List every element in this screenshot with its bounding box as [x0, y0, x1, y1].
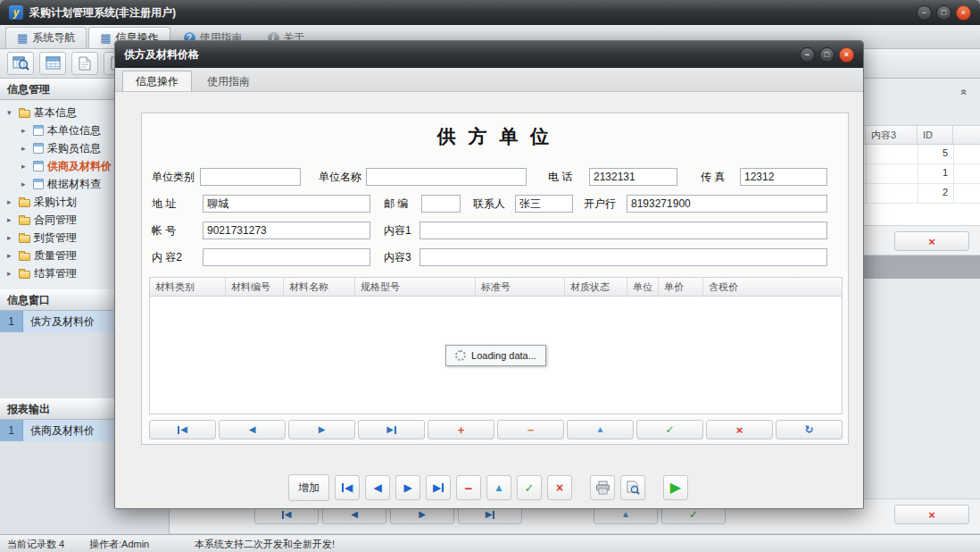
- fax-input[interactable]: [740, 168, 827, 186]
- support-note-text: 本系统支持二次开发和全新开发!: [195, 538, 335, 551]
- up-triangle-icon: ▲: [621, 510, 630, 519]
- nav-refresh-button[interactable]: ↻: [776, 420, 843, 439]
- toolbar-delete-button[interactable]: −: [456, 475, 481, 500]
- dialog-window-controls: − □ ×: [800, 47, 854, 63]
- col-tax-price[interactable]: 含税价: [703, 278, 842, 296]
- sheet-icon: [33, 179, 44, 189]
- tree-item-label: 供商及材料价: [47, 159, 112, 174]
- col-unit-price[interactable]: 单价: [659, 278, 703, 296]
- tab-system-nav[interactable]: ▦ 系统导航: [5, 27, 87, 48]
- col-material-name[interactable]: 材料名称: [284, 278, 355, 296]
- zip-input[interactable]: [421, 195, 461, 213]
- unit-type-label: 单位类别: [152, 170, 200, 185]
- tree-item-label: 结算管理: [34, 266, 77, 281]
- expanded-arrow-icon[interactable]: ▾: [7, 109, 15, 117]
- toolbar-next-button[interactable]: ▶: [395, 475, 420, 500]
- last-record-icon: ▶: [486, 510, 493, 519]
- collapsed-arrow-icon[interactable]: ▸: [7, 252, 15, 260]
- nav-cancel-button[interactable]: ×: [706, 420, 773, 439]
- nav-first-button[interactable]: ◀: [149, 420, 216, 439]
- supplier-form-panel: 供 方 单 位 单位类别 单位名称 电 话 传 真 地 址: [141, 113, 849, 445]
- bank-input[interactable]: [627, 195, 827, 213]
- nav-save-button[interactable]: ✓: [636, 420, 703, 439]
- collapsed-arrow-icon[interactable]: ▸: [7, 216, 15, 224]
- content1-input[interactable]: [419, 222, 827, 239]
- nav-last-button[interactable]: ▶: [358, 420, 425, 439]
- content2-input[interactable]: [203, 248, 370, 266]
- play-icon: ▶: [670, 481, 681, 495]
- dialog-titlebar: 供方及材料价格 − □ ×: [115, 41, 863, 68]
- nav-delete-button[interactable]: −: [497, 420, 564, 439]
- app-window: y 采购计划管理系统(非注册用户) − □ × ▦ 系统导航 ▦ 信息操作 ? …: [0, 0, 980, 552]
- toolbar-save-button[interactable]: ✓: [517, 475, 542, 500]
- collapsed-arrow-icon[interactable]: ▸: [21, 163, 29, 171]
- plus-icon: +: [458, 424, 465, 436]
- toolbar-prev-button[interactable]: ◀: [365, 475, 390, 500]
- sheet-icon: [33, 161, 44, 171]
- col-material-state[interactable]: 材质状态: [565, 278, 627, 296]
- first-record-icon: ◀: [180, 425, 187, 434]
- collapsed-arrow-icon[interactable]: ▸: [21, 127, 29, 135]
- bg-cancel-button-bottom[interactable]: ×: [894, 505, 969, 524]
- phone-input[interactable]: [589, 168, 677, 186]
- col-standard-no[interactable]: 标准号: [476, 278, 565, 296]
- collapsed-arrow-icon[interactable]: ▸: [7, 198, 15, 206]
- address-input[interactable]: [203, 195, 370, 213]
- dialog-title: 供方及材料价格: [124, 47, 199, 63]
- print-preview-button[interactable]: [620, 475, 645, 500]
- maximize-button[interactable]: □: [936, 5, 951, 21]
- dialog-maximize-button[interactable]: □: [819, 47, 835, 63]
- toolbar-cancel-button[interactable]: ×: [547, 475, 572, 500]
- toolbar-edit-button[interactable]: ▲: [486, 475, 511, 500]
- loading-indicator: Loading data...: [445, 345, 546, 366]
- table-icon: [46, 56, 61, 71]
- add-record-button[interactable]: 增加: [288, 474, 329, 501]
- minimize-button[interactable]: −: [917, 5, 932, 21]
- minus-icon: −: [465, 481, 473, 495]
- print-button[interactable]: [590, 475, 615, 500]
- dialog-tab-user-guide[interactable]: 使用指南: [194, 71, 263, 91]
- contact-input[interactable]: [515, 195, 573, 213]
- nav-add-button[interactable]: +: [428, 420, 494, 439]
- collapsed-arrow-icon[interactable]: ▸: [7, 234, 15, 242]
- toolbar-first-button[interactable]: ◀: [335, 475, 360, 500]
- col-unit[interactable]: 单位: [627, 278, 659, 296]
- collapse-panel-button[interactable]: «: [955, 85, 973, 99]
- prev-record-icon: ◀: [249, 425, 256, 434]
- table-view-button[interactable]: [39, 52, 66, 75]
- nav-edit-button[interactable]: ▲: [567, 420, 634, 439]
- nav-prev-button[interactable]: ◀: [219, 420, 286, 439]
- print-preview-icon: [626, 481, 640, 495]
- account-input[interactable]: [203, 222, 370, 239]
- close-button[interactable]: ×: [956, 5, 971, 21]
- nav-next-button[interactable]: ▶: [288, 420, 355, 439]
- collapsed-arrow-icon[interactable]: ▸: [7, 270, 15, 278]
- cancel-x-icon: ×: [928, 236, 935, 247]
- search-button[interactable]: [7, 52, 34, 75]
- collapsed-arrow-icon[interactable]: ▸: [21, 145, 29, 153]
- document-button[interactable]: [71, 52, 98, 75]
- cancel-x-icon: ×: [736, 424, 743, 436]
- content3-label: 内容3: [384, 250, 419, 265]
- account-label: 帐 号: [152, 223, 203, 238]
- run-button[interactable]: ▶: [663, 475, 688, 500]
- col-material-type[interactable]: 材料类别: [150, 278, 226, 296]
- dialog-tab-info-operation[interactable]: 信息操作: [122, 71, 192, 91]
- bg-grid-header-content3[interactable]: 内容3: [866, 126, 918, 144]
- col-spec-model[interactable]: 规格型号: [355, 278, 476, 296]
- unit-type-input[interactable]: [200, 168, 301, 186]
- grid-navigator: ◀ ◀ ▶ ▶ + − ▲ ✓ × ↻: [149, 420, 843, 439]
- dialog-minimize-button[interactable]: −: [800, 47, 815, 63]
- unit-name-input[interactable]: [366, 168, 527, 186]
- col-material-no[interactable]: 材料编号: [226, 278, 284, 296]
- toolbar-last-button[interactable]: ▶: [426, 475, 451, 500]
- record-count-text: 当前记录数 4: [7, 538, 64, 551]
- dialog-close-button[interactable]: ×: [839, 47, 854, 63]
- folder-icon: [19, 199, 30, 207]
- unit-name-label: 单位名称: [319, 170, 366, 185]
- bg-cancel-button[interactable]: ×: [894, 231, 969, 251]
- id-cell: 1: [918, 167, 948, 178]
- content3-input[interactable]: [419, 248, 827, 266]
- bg-grid-header-id[interactable]: ID: [918, 126, 953, 144]
- collapsed-arrow-icon[interactable]: ▸: [21, 180, 29, 188]
